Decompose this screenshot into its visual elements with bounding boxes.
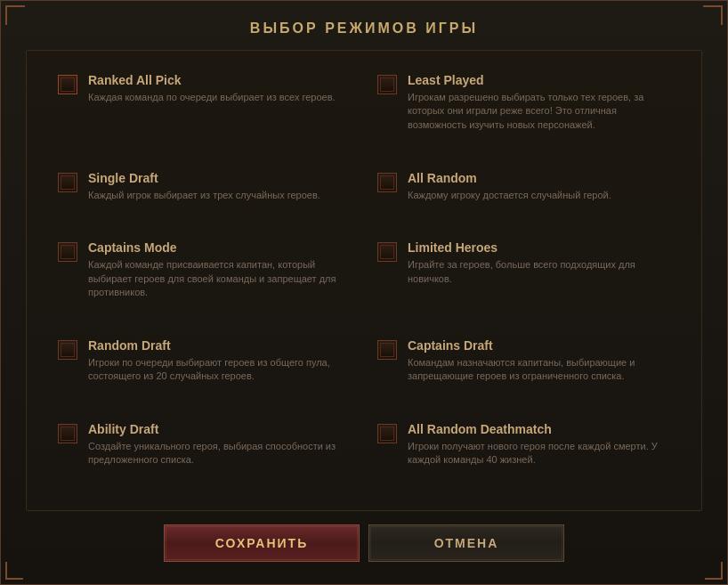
checkbox-limited-heroes[interactable]	[377, 242, 399, 264]
mode-desc-random-draft: Игроки по очереди выбирают героев из общ…	[88, 356, 351, 384]
mode-item-single-draft[interactable]: Single DraftКаждый игрок выбирает из тре…	[44, 162, 364, 232]
checkbox-box-all-random	[377, 173, 397, 192]
mode-item-random-draft[interactable]: Random DraftИгроки по очереди выбирают г…	[44, 329, 364, 413]
mode-name-least-played: Least Played	[408, 73, 670, 87]
mode-desc-all-random: Каждому игроку достается случайный герой…	[408, 189, 670, 202]
mode-text-limited-heroes: Limited HeroesИграйте за героев, больше …	[408, 240, 670, 286]
checkbox-box-limited-heroes	[377, 242, 397, 262]
mode-name-captains-draft: Captains Draft	[408, 338, 670, 353]
checkbox-all-random-deathmatch[interactable]	[377, 424, 399, 445]
checkbox-captains-mode[interactable]	[58, 242, 79, 264]
mode-name-ranked-all-pick: Ranked All Pick	[88, 73, 351, 87]
checkbox-box-ranked-all-pick	[58, 75, 77, 94]
mode-desc-all-random-deathmatch: Игроки получают нового героя после каждо…	[408, 440, 670, 467]
mode-text-all-random: All RandomКаждому игроку достается случа…	[408, 171, 670, 202]
mode-name-all-random-deathmatch: All Random Deathmatch	[408, 422, 670, 436]
mode-name-random-draft: Random Draft	[88, 338, 351, 353]
mode-text-ranked-all-pick: Ranked All PickКаждая команда по очереди…	[88, 73, 351, 104]
checkbox-box-captains-mode	[58, 242, 77, 262]
checkbox-random-draft[interactable]	[58, 340, 79, 362]
mode-item-limited-heroes[interactable]: Limited HeroesИграйте за героев, больше …	[364, 232, 684, 329]
checkbox-single-draft[interactable]	[58, 173, 79, 194]
save-button[interactable]: СОХРАНИТЬ	[164, 524, 360, 562]
checkbox-box-single-draft	[58, 173, 77, 192]
mode-name-limited-heroes: Limited Heroes	[408, 240, 670, 255]
mode-text-single-draft: Single DraftКаждый игрок выбирает из тре…	[88, 171, 351, 202]
corner-decoration-bl	[5, 562, 23, 580]
mode-text-least-played: Least PlayedИгрокам разрешено выбирать т…	[408, 73, 670, 132]
mode-item-all-random-deathmatch[interactable]: All Random DeathmatchИгроки получают нов…	[364, 413, 684, 497]
dialog-title: ВЫБОР РЕЖИМОВ ИГРЫ	[250, 20, 478, 37]
mode-name-captains-mode: Captains Mode	[88, 240, 351, 255]
checkbox-box-all-random-deathmatch	[377, 424, 397, 443]
mode-text-random-draft: Random DraftИгроки по очереди выбирают г…	[88, 338, 351, 384]
checkbox-least-played[interactable]	[377, 75, 399, 96]
mode-item-all-random[interactable]: All RandomКаждому игроку достается случа…	[364, 162, 684, 232]
checkbox-captains-draft[interactable]	[377, 340, 399, 362]
corner-decoration-br	[705, 562, 723, 580]
mode-desc-limited-heroes: Играйте за героев, больше всего подходящ…	[408, 258, 670, 286]
mode-text-all-random-deathmatch: All Random DeathmatchИгроки получают нов…	[408, 422, 670, 467]
mode-item-captains-draft[interactable]: Captains DraftКомандам назначаются капит…	[364, 329, 684, 413]
mode-desc-captains-mode: Каждой команде присваивается капитан, ко…	[88, 258, 351, 299]
mode-name-ability-draft: Ability Draft	[88, 422, 351, 436]
checkbox-box-random-draft	[58, 340, 77, 360]
mode-desc-least-played: Игрокам разрешено выбирать только тех ге…	[408, 91, 670, 132]
checkbox-all-random[interactable]	[377, 173, 399, 194]
cancel-button[interactable]: ОТМЕНА	[368, 524, 564, 562]
mode-item-captains-mode[interactable]: Captains ModeКаждой команде присваиваетс…	[44, 232, 364, 329]
mode-name-single-draft: Single Draft	[88, 171, 351, 185]
checkbox-box-ability-draft	[58, 424, 77, 443]
button-row: СОХРАНИТЬ ОТМЕНА	[164, 524, 564, 562]
mode-text-captains-mode: Captains ModeКаждой команде присваиваетс…	[88, 240, 351, 299]
mode-text-captains-draft: Captains DraftКомандам назначаются капит…	[408, 338, 670, 384]
checkbox-box-least-played	[377, 75, 397, 94]
mode-name-all-random: All Random	[408, 171, 670, 185]
checkbox-box-captains-draft	[377, 340, 397, 360]
mode-desc-ability-draft: Создайте уникального героя, выбирая спос…	[88, 440, 351, 467]
mode-item-least-played[interactable]: Least PlayedИгрокам разрешено выбирать т…	[364, 64, 684, 162]
mode-item-ability-draft[interactable]: Ability DraftСоздайте уникального героя,…	[44, 413, 364, 497]
dialog-container: ВЫБОР РЕЖИМОВ ИГРЫ Ranked All PickКаждая…	[0, 0, 728, 585]
mode-desc-single-draft: Каждый игрок выбирает из трех случайных …	[88, 189, 351, 202]
mode-desc-captains-draft: Командам назначаются капитаны, выбирающи…	[408, 356, 670, 384]
mode-text-ability-draft: Ability DraftСоздайте уникального героя,…	[88, 422, 351, 467]
checkbox-ranked-all-pick[interactable]	[58, 75, 79, 96]
mode-item-ranked-all-pick[interactable]: Ranked All PickКаждая команда по очереди…	[44, 64, 364, 162]
checkbox-ability-draft[interactable]	[58, 424, 79, 445]
mode-desc-ranked-all-pick: Каждая команда по очереди выбирает из вс…	[88, 91, 351, 104]
modes-grid: Ranked All PickКаждая команда по очереди…	[26, 50, 702, 511]
